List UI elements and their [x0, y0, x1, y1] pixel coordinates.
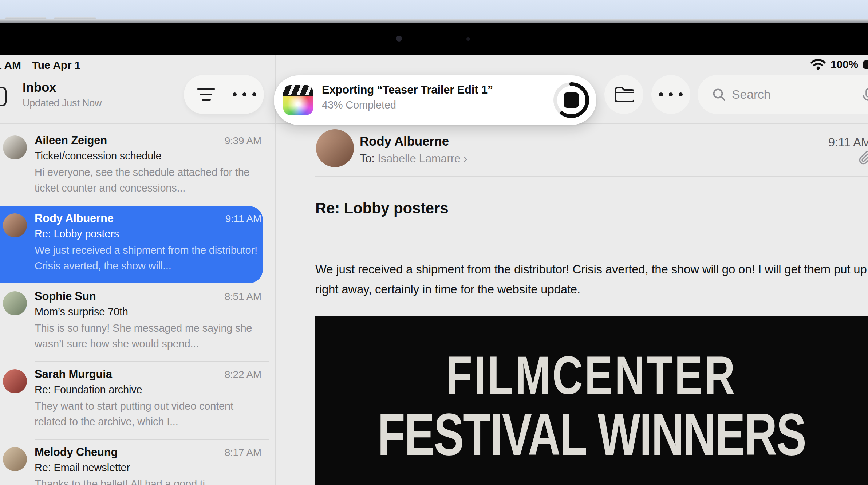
video-frame: 1 AM Tue Apr 1 100% Inbox Updated Just N…	[0, 0, 868, 485]
folder-icon	[614, 86, 634, 103]
avatar	[3, 447, 27, 471]
avatar	[3, 291, 27, 315]
chevron-right-icon: ›	[463, 152, 467, 165]
email-time: 8:22 AM	[225, 369, 261, 380]
final-cut-pro-icon	[283, 85, 313, 115]
email-list-item[interactable]: Aileen Zeigen 9:39 AM Ticket/concession …	[0, 128, 275, 206]
ellipsis-icon	[233, 92, 256, 96]
email-subject: Mom’s surprise 70th	[35, 306, 261, 318]
attachment-image-text-2: FESTIVAL WINNERS	[315, 400, 868, 468]
list-more-button[interactable]	[226, 76, 262, 112]
mailbox-updated-status: Updated Just Now	[23, 98, 102, 109]
to-label: To:	[360, 152, 375, 165]
sensor-dot	[466, 37, 470, 41]
filter-icon	[197, 88, 215, 101]
sender-name: Aileen Zeigen	[35, 134, 107, 147]
mailbox-title: Inbox	[23, 80, 56, 95]
search-icon	[712, 88, 726, 102]
detail-recipient-line[interactable]: To: Isabelle Lamarre ›	[360, 152, 467, 165]
email-preview: We just received a shipment from the dis…	[35, 242, 264, 274]
email-list-item[interactable]: Rody Albuerne 9:11 AM Re: Lobby posters …	[0, 206, 275, 284]
message-subject: Re: Lobby posters	[315, 200, 448, 217]
email-subject: Re: Email newsletter	[35, 462, 261, 474]
export-progress-text: 43% Completed	[322, 99, 493, 111]
ellipsis-icon	[659, 92, 683, 96]
sender-name: Sophie Sun	[35, 290, 96, 303]
search-placeholder: Search	[732, 87, 771, 102]
email-list-item[interactable]: Melody Cheung 8:17 AM Re: Email newslett…	[0, 440, 275, 485]
avatar	[3, 369, 27, 393]
ipad-bezel	[0, 23, 868, 55]
dictation-mic-icon[interactable]	[862, 88, 868, 104]
email-time: 8:51 AM	[225, 291, 261, 303]
battery-icon	[863, 60, 868, 69]
pane-divider	[275, 55, 276, 485]
email-time: 9:11 AM	[225, 213, 261, 225]
stop-icon	[564, 92, 579, 108]
email-list: Aileen Zeigen 9:39 AM Ticket/concession …	[0, 128, 275, 485]
email-time: 9:39 AM	[225, 135, 261, 147]
status-date: Tue Apr 1	[32, 59, 80, 71]
email-time: 8:17 AM	[225, 447, 261, 458]
sidebar-toggle-icon[interactable]	[0, 87, 7, 106]
export-title: Exporting “Teaser Trailer Edit 1”	[322, 83, 493, 96]
wifi-icon	[810, 59, 826, 70]
move-to-folder-button[interactable]	[604, 75, 643, 114]
status-time: 1 AM	[0, 59, 21, 71]
email-preview: They want to start putting out video con…	[35, 398, 264, 430]
export-live-activity[interactable]: Exporting “Teaser Trailer Edit 1” 43% Co…	[274, 75, 596, 125]
status-bar-left: 1 AM Tue Apr 1	[0, 59, 80, 71]
email-preview: This is so funny! She messaged me saying…	[35, 320, 264, 352]
email-subject: Re: Foundation archive	[35, 384, 261, 396]
battery-percent: 100%	[830, 58, 858, 71]
status-bar-right: 100%	[810, 58, 868, 71]
attachment-image[interactable]: FILMCENTER FESTIVAL WINNERS	[315, 316, 868, 485]
recipient-name: Isabelle Lamarre	[378, 152, 461, 165]
avatar	[3, 213, 27, 237]
filter-button[interactable]	[188, 76, 224, 112]
email-list-item[interactable]: Sarah Murguia 8:22 AM Re: Foundation arc…	[0, 362, 275, 440]
detail-sender-name: Rody Albuerne	[360, 134, 449, 149]
stop-export-button[interactable]	[553, 82, 590, 119]
avatar	[3, 135, 27, 159]
header-divider	[315, 176, 868, 177]
email-preview: Hi everyone, see the schedule attached f…	[35, 165, 264, 196]
attachment-image-text-1: FILMCENTER	[315, 344, 868, 407]
sender-avatar	[316, 129, 354, 167]
email-subject: Re: Lobby posters	[35, 228, 261, 240]
email-preview: Thanks to the ballet! All had a good ti.…	[35, 476, 264, 485]
email-list-item[interactable]: Sophie Sun 8:51 AM Mom’s surprise 70th T…	[0, 284, 275, 362]
message-more-button[interactable]	[651, 75, 690, 114]
ipad-screen: 1 AM Tue Apr 1 100% Inbox Updated Just N…	[0, 55, 868, 485]
attachment-paperclip-icon	[859, 150, 868, 165]
detail-time: 9:11 AM	[828, 135, 868, 149]
search-field[interactable]: Search	[698, 75, 868, 114]
sender-name: Melody Cheung	[35, 446, 118, 459]
email-subject: Ticket/concession schedule	[35, 150, 261, 162]
sender-name: Sarah Murguia	[35, 368, 112, 381]
sender-name: Rody Albuerne	[35, 212, 114, 225]
message-body: We just received a shipment from the dis…	[315, 259, 867, 299]
front-camera-dot	[396, 36, 402, 42]
